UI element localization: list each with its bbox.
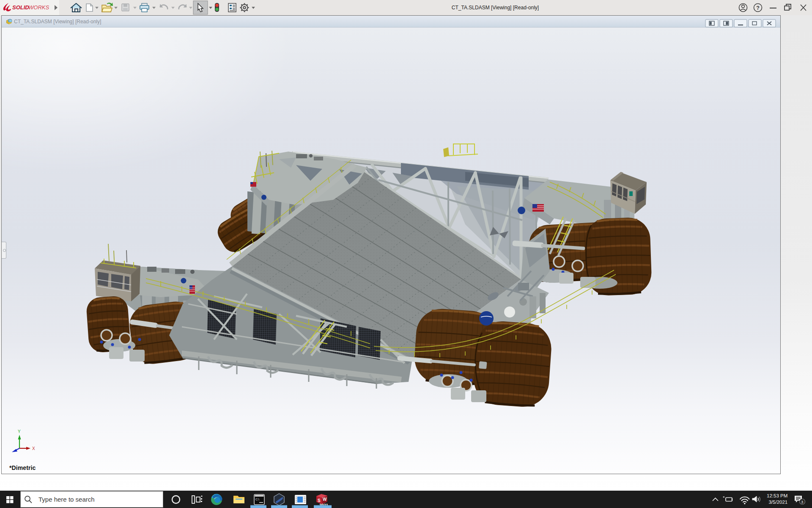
svg-text:SOLID: SOLID — [12, 4, 29, 11]
svg-text:?: ? — [756, 5, 760, 11]
svg-text:C:\: C:\ — [255, 498, 259, 501]
svg-text:W: W — [323, 497, 327, 502]
svg-text:3: 3 — [801, 500, 803, 504]
svg-text:X: X — [32, 446, 35, 451]
svg-text:WORKS: WORKS — [28, 4, 49, 11]
svg-text:Y: Y — [18, 429, 21, 434]
